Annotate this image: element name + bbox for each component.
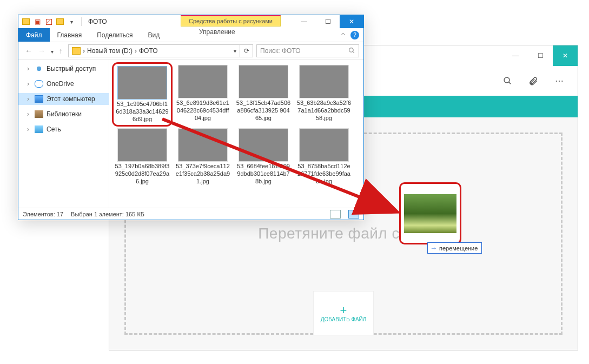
tab-share[interactable]: Поделиться bbox=[89, 28, 140, 42]
file-name: 53_63b28a9c3a52f67a1a1d66a2bbdc5958.jpg bbox=[296, 100, 352, 122]
drag-tooltip: → перемещение bbox=[427, 242, 482, 254]
file-thumbnail bbox=[178, 128, 228, 162]
minimize-button[interactable]: — bbox=[292, 15, 316, 28]
nav-label: OneDrive bbox=[47, 80, 74, 88]
window-title: ФОТО bbox=[84, 18, 111, 25]
properties-icon[interactable]: ▣ bbox=[32, 16, 43, 27]
minimize-button[interactable]: — bbox=[503, 45, 528, 66]
file-item[interactable]: 53_13f15cb47ad506a886cfa313925 90465.jpg bbox=[235, 64, 292, 125]
search-placeholder: Поиск: ФОТО bbox=[260, 47, 301, 55]
file-item[interactable]: 53_63b28a9c3a52f67a1a1d66a2bbdc5958.jpg bbox=[295, 64, 353, 125]
address-bar-row: ← → ↑ › Новый том (D:) › ФОТО ⟳ Поиск: Ф… bbox=[18, 42, 363, 59]
tab-manage[interactable]: Управление bbox=[191, 28, 243, 36]
tab-view[interactable]: Вид bbox=[140, 28, 167, 42]
nav-label: Быстрый доступ bbox=[47, 65, 96, 72]
history-dropdown-icon[interactable] bbox=[51, 47, 54, 55]
status-bar: Элементов: 17 Выбран 1 элемент: 165 КБ bbox=[18, 208, 363, 220]
maximize-button[interactable]: ☐ bbox=[528, 45, 553, 66]
nav-this-pc[interactable]: ›Этот компьютер bbox=[18, 93, 109, 105]
breadcrumb[interactable]: › Новый том (D:) › ФОТО bbox=[68, 44, 240, 57]
file-name: 53_1c995c4706bf16d318a33a3c146296d9.jpg bbox=[116, 101, 169, 123]
plus-icon: + bbox=[340, 305, 347, 316]
refresh-button[interactable]: ⟳ bbox=[240, 44, 253, 57]
crumb-chevron-icon[interactable]: › bbox=[83, 47, 85, 55]
selection-label: Выбран 1 элемент: 165 КБ bbox=[71, 211, 144, 217]
file-item[interactable]: 53_6684fee181f5099dbdb301ce8114b78b.jpg bbox=[235, 127, 292, 186]
file-item[interactable]: 53_373e7f9ceca112e1f35ca2b38a25da91.jpg bbox=[174, 127, 231, 186]
svg-line-1 bbox=[508, 82, 511, 84]
add-file-button[interactable]: + ДОБАВИТЬ ФАЙЛ bbox=[314, 292, 373, 335]
picture-tools-tab[interactable]: Средства работы с рисунками bbox=[181, 15, 281, 27]
drag-preview-thumb bbox=[404, 194, 456, 233]
more-icon[interactable]: ⋯ bbox=[551, 72, 568, 90]
svg-point-0 bbox=[504, 77, 509, 83]
file-thumbnail bbox=[299, 128, 349, 162]
details-view-button[interactable] bbox=[330, 210, 341, 219]
nav-buttons: ← → ↑ bbox=[23, 47, 65, 55]
thumbnails-view-button[interactable] bbox=[348, 210, 359, 219]
file-item[interactable]: 53_6e8919d3e61e1046228c69c4534dff04.jpg bbox=[174, 64, 231, 125]
crumb-chevron-icon[interactable]: › bbox=[135, 47, 137, 55]
file-item[interactable]: 53_197b0a68b389f3925c0d2d8f07ea29a6.jpg bbox=[114, 127, 171, 186]
network-icon bbox=[35, 125, 43, 133]
file-name: 53_8758ba5cd112e26771fde63be99faa3b.jpg bbox=[296, 163, 352, 185]
file-name: 53_6684fee181f5099dbdb301ce8114b78b.jpg bbox=[236, 163, 291, 185]
file-item[interactable]: 53_8758ba5cd112e26771fde63be99faa3b.jpg bbox=[295, 127, 353, 186]
star-icon bbox=[35, 65, 43, 72]
item-count-label: Элементов: 17 bbox=[23, 211, 63, 217]
svg-point-2 bbox=[349, 48, 354, 52]
ribbon-tabs: Файл Главная Поделиться Вид Управление ⌵… bbox=[18, 28, 363, 42]
pc-icon bbox=[35, 95, 43, 103]
drag-preview bbox=[399, 182, 461, 244]
svg-line-3 bbox=[353, 51, 354, 53]
back-button[interactable]: ← bbox=[25, 47, 32, 55]
file-thumbnail bbox=[117, 128, 167, 162]
new-folder-icon[interactable] bbox=[55, 16, 65, 27]
search-icon[interactable] bbox=[499, 72, 516, 90]
file-item[interactable]: 53_1c995c4706bf16d318a33a3c146296d9.jpg bbox=[114, 64, 171, 125]
explorer-titlebar: ▣ ✓ ФОТО Средства работы с рисунками — ☐… bbox=[18, 15, 363, 28]
file-explorer-window: ▣ ✓ ФОТО Средства работы с рисунками — ☐… bbox=[18, 15, 364, 220]
file-grid[interactable]: 53_1c995c4706bf16d318a33a3c146296d9.jpg5… bbox=[109, 59, 363, 208]
checkbox-icon[interactable]: ✓ bbox=[43, 16, 54, 27]
file-name: 53_197b0a68b389f3925c0d2d8f07ea29a6.jpg bbox=[115, 163, 170, 185]
close-button[interactable]: ✕ bbox=[553, 45, 578, 66]
address-dropdown-icon[interactable] bbox=[234, 47, 236, 55]
folder-icon[interactable] bbox=[21, 16, 31, 27]
file-thumbnail bbox=[239, 65, 288, 98]
crumb-segment[interactable]: Новый том (D:) bbox=[87, 47, 133, 55]
libraries-icon bbox=[35, 110, 43, 118]
forward-button[interactable]: → bbox=[38, 47, 45, 55]
drive-icon bbox=[72, 47, 81, 55]
close-button[interactable]: ✕ bbox=[340, 15, 363, 28]
up-button[interactable]: ↑ bbox=[59, 47, 63, 55]
cloud-icon bbox=[35, 80, 43, 88]
arrow-right-icon: → bbox=[430, 244, 437, 252]
add-file-label: ДОБАВИТЬ ФАЙЛ bbox=[321, 316, 367, 322]
ribbon-expand-icon[interactable]: ⌵ bbox=[341, 31, 345, 39]
tab-file[interactable]: Файл bbox=[18, 28, 50, 42]
drag-tooltip-label: перемещение bbox=[439, 245, 478, 252]
maximize-button[interactable]: ☐ bbox=[316, 15, 340, 28]
nav-label: Этот компьютер bbox=[47, 95, 95, 103]
nav-onedrive[interactable]: ›OneDrive bbox=[18, 78, 109, 90]
help-icon[interactable]: ? bbox=[350, 31, 359, 39]
nav-network[interactable]: ›Сеть bbox=[18, 123, 109, 135]
attach-icon[interactable] bbox=[525, 72, 542, 90]
nav-label: Сеть bbox=[47, 125, 61, 133]
tab-home[interactable]: Главная bbox=[50, 28, 90, 42]
qat-dropdown-icon[interactable] bbox=[66, 16, 77, 27]
file-name: 53_13f15cb47ad506a886cfa313925 90465.jpg bbox=[236, 100, 291, 122]
explorer-body: ›Быстрый доступ ›OneDrive ›Этот компьюте… bbox=[18, 59, 363, 208]
navigation-pane: ›Быстрый доступ ›OneDrive ›Этот компьюте… bbox=[18, 59, 109, 208]
nav-libraries[interactable]: ›Библиотеки bbox=[18, 108, 109, 120]
nav-quick-access[interactable]: ›Быстрый доступ bbox=[18, 63, 109, 75]
search-input[interactable]: Поиск: ФОТО bbox=[256, 44, 359, 57]
file-thumbnail bbox=[299, 65, 349, 98]
file-thumbnail bbox=[117, 66, 167, 100]
file-thumbnail bbox=[239, 128, 288, 162]
crumb-segment[interactable]: ФОТО bbox=[139, 47, 158, 55]
quick-access-toolbar: ▣ ✓ bbox=[18, 16, 79, 27]
file-name: 53_373e7f9ceca112e1f35ca2b38a25da91.jpg bbox=[175, 163, 230, 185]
file-thumbnail bbox=[178, 65, 228, 98]
